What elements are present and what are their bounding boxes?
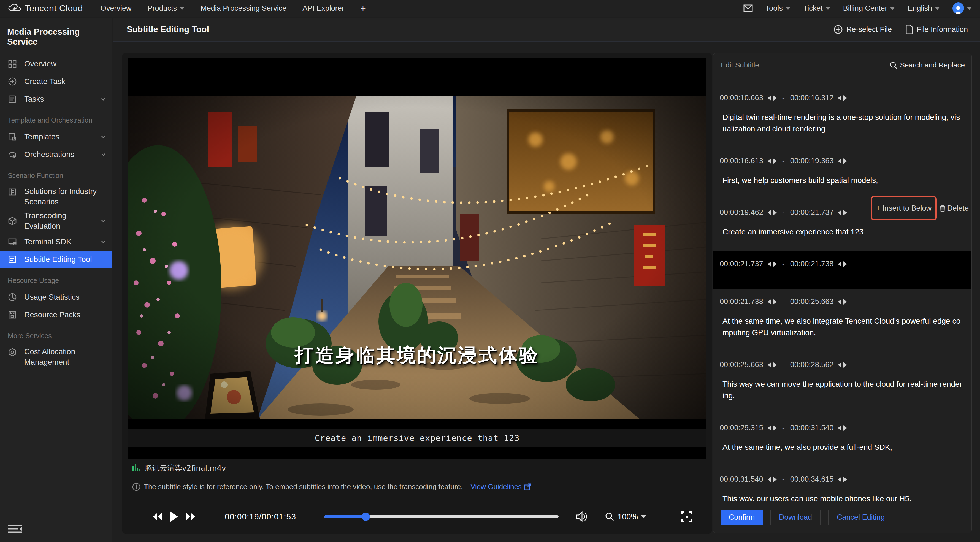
- time-display: 00:00:19/00:01:53: [225, 512, 296, 521]
- sidebar-item-cost-allocation[interactable]: Cost Allocation Management: [0, 344, 112, 369]
- start-time[interactable]: 00:00:31.540: [720, 475, 763, 483]
- subtitle-entry[interactable]: 00:00:16.613 - 00:00:19.363 First, we he…: [713, 148, 972, 200]
- start-time[interactable]: 00:00:19.462: [720, 208, 763, 217]
- sidebar-item-create-task[interactable]: Create Task: [0, 73, 112, 91]
- subtitle-text[interactable]: Digital twin real-time rendering is a on…: [722, 111, 965, 135]
- end-time[interactable]: 00:00:16.312: [790, 94, 834, 102]
- sidebar-item-terminal-sdk[interactable]: Terminal SDK: [0, 233, 112, 251]
- subtitle-entry[interactable]: 00:00:31.540 - 00:00:34.615 This way, ou…: [713, 467, 972, 501]
- time-nudge-buttons[interactable]: [768, 261, 777, 267]
- time-nudge-buttons[interactable]: [838, 261, 847, 267]
- video-viewport[interactable]: 打造身临其境的沉浸式体验 Create an immersive experie…: [128, 58, 706, 459]
- time-nudge-buttons[interactable]: [768, 477, 777, 482]
- grid-icon: [8, 59, 17, 68]
- subtitle-entry[interactable]: 00:00:19.462 - 00:00:21.737 + Insert to …: [713, 200, 972, 251]
- sidebar-item-resource-packs[interactable]: Resource Packs: [0, 306, 112, 324]
- start-time[interactable]: 00:00:21.737: [720, 260, 763, 268]
- volume-icon[interactable]: [575, 511, 587, 522]
- start-time[interactable]: 00:00:10.663: [720, 94, 763, 102]
- end-time[interactable]: 00:00:34.615: [790, 475, 834, 483]
- collapse-sidebar-icon[interactable]: [6, 523, 25, 534]
- subtitle-text[interactable]: This way, our users can use mobile phone…: [722, 493, 965, 501]
- nav-billing-center[interactable]: Billing Center: [843, 4, 895, 13]
- end-time[interactable]: 00:00:19.363: [790, 157, 834, 165]
- time-nudge-buttons[interactable]: [838, 158, 847, 164]
- time-nudge-buttons[interactable]: [838, 425, 847, 431]
- progress-handle[interactable]: [362, 513, 370, 521]
- fullscreen-icon[interactable]: [681, 511, 692, 523]
- sidebar-section-scenario: Scenario Function: [0, 163, 112, 183]
- time-nudge-buttons[interactable]: [768, 425, 777, 431]
- time-nudge-buttons[interactable]: [838, 477, 847, 482]
- sidebar-item-usage-statistics[interactable]: Usage Statistics: [0, 288, 112, 306]
- subtitle-list: 00:00:10.663 - 00:00:16.312 Digital twin…: [713, 78, 972, 501]
- file-information-button[interactable]: File Information: [905, 24, 968, 35]
- row-actions: + Insert to Below Delete: [871, 196, 969, 220]
- fast-forward-icon[interactable]: [185, 511, 196, 522]
- zoom-control[interactable]: 100%: [605, 512, 646, 521]
- tencent-cloud-logo[interactable]: Tencent Cloud: [8, 3, 83, 13]
- reselect-file-button[interactable]: Re-select File: [833, 24, 892, 35]
- time-nudge-buttons[interactable]: [838, 210, 847, 215]
- subtitle-text[interactable]: At the same time, we also integrate Tenc…: [722, 315, 965, 339]
- end-time[interactable]: 00:00:31.540: [790, 424, 834, 432]
- mail-icon[interactable]: [743, 5, 753, 12]
- start-time[interactable]: 00:00:21.738: [720, 297, 763, 306]
- nav-language[interactable]: English: [908, 4, 940, 13]
- time-nudge-buttons[interactable]: [768, 95, 777, 101]
- progress-fill: [324, 515, 366, 518]
- time-nudge-buttons[interactable]: [768, 299, 777, 305]
- confirm-button[interactable]: Confirm: [721, 510, 763, 526]
- sidebar-item-industry-solutions[interactable]: Solutions for Industry Scenarios: [0, 183, 112, 209]
- download-button[interactable]: Download: [770, 510, 821, 526]
- time-nudge-buttons[interactable]: [768, 158, 777, 164]
- subtitle-text[interactable]: First, we help customers build spatial m…: [722, 175, 965, 186]
- main-header: Subtitle Editing Tool Re-select File Fil…: [113, 17, 980, 42]
- search-and-replace-button[interactable]: Search and Replace: [889, 61, 965, 69]
- time-nudge-buttons[interactable]: [838, 95, 847, 101]
- end-time[interactable]: 00:00:28.562: [790, 361, 834, 369]
- progress-bar[interactable]: [324, 515, 558, 518]
- account-menu[interactable]: [953, 3, 972, 14]
- subtitle-entry[interactable]: 00:00:10.663 - 00:00:16.312 Digital twin…: [713, 85, 972, 148]
- nav-add-tab[interactable]: +: [360, 3, 366, 14]
- nav-media-processing-service[interactable]: Media Processing Service: [200, 4, 286, 13]
- cancel-editing-button[interactable]: Cancel Editing: [828, 510, 893, 526]
- start-time[interactable]: 00:00:29.315: [720, 424, 763, 432]
- delete-button[interactable]: Delete: [939, 204, 969, 213]
- nav-products[interactable]: Products: [148, 4, 185, 13]
- time-nudge-buttons[interactable]: [768, 362, 777, 368]
- sidebar-item-subtitle-editing-tool[interactable]: Subtitle Editing Tool: [0, 251, 112, 268]
- rewind-icon[interactable]: [152, 511, 163, 522]
- subtitle-text[interactable]: Create an immersive experience that 123: [722, 226, 965, 238]
- nav-overview[interactable]: Overview: [100, 4, 132, 13]
- sidebar-item-transcoding-evaluation[interactable]: Transcoding Evaluation: [0, 209, 112, 233]
- subtitle-entry-selected[interactable]: 00:00:21.737 - 00:00:21.738: [713, 251, 972, 289]
- sidebar-item-orchestrations[interactable]: Orchestrations: [0, 146, 112, 163]
- nav-ticket[interactable]: Ticket: [803, 4, 830, 13]
- nav-tools[interactable]: Tools: [765, 4, 791, 13]
- play-icon[interactable]: [169, 511, 178, 523]
- start-time[interactable]: 00:00:16.613: [720, 157, 763, 165]
- subtitle-text[interactable]: This way we can move the application to …: [722, 378, 965, 402]
- insert-to-below-button[interactable]: + Insert to Below: [871, 196, 937, 220]
- subtitle-entry[interactable]: 00:00:25.663 - 00:00:28.562 This way we …: [713, 352, 972, 415]
- chevron-down-icon: [641, 515, 646, 518]
- sidebar-item-tasks[interactable]: Tasks: [0, 91, 112, 108]
- time-nudge-buttons[interactable]: [838, 362, 847, 368]
- end-time[interactable]: 00:00:25.663: [790, 297, 834, 306]
- end-time[interactable]: 00:00:21.737: [790, 208, 834, 217]
- sidebar-item-overview[interactable]: Overview: [0, 55, 112, 73]
- nav-api-explorer[interactable]: API Explorer: [302, 4, 344, 13]
- time-nudge-buttons[interactable]: [838, 299, 847, 305]
- end-time[interactable]: 00:00:21.738: [790, 260, 834, 268]
- subtitle-text[interactable]: At the same time, we also provide a full…: [722, 442, 965, 453]
- info-icon: [132, 483, 140, 491]
- time-nudge-buttons[interactable]: [768, 210, 777, 215]
- subtitle-entry[interactable]: 00:00:29.315 - 00:00:31.540 At the same …: [713, 415, 972, 467]
- subtitle-entry[interactable]: 00:00:21.738 - 00:00:25.663 At the same …: [713, 289, 972, 352]
- start-time[interactable]: 00:00:25.663: [720, 361, 763, 369]
- time-row: 00:00:25.663 - 00:00:28.562: [720, 361, 965, 369]
- view-guidelines-link[interactable]: View Guidelines: [471, 483, 531, 491]
- sidebar-item-templates[interactable]: Templates: [0, 128, 112, 146]
